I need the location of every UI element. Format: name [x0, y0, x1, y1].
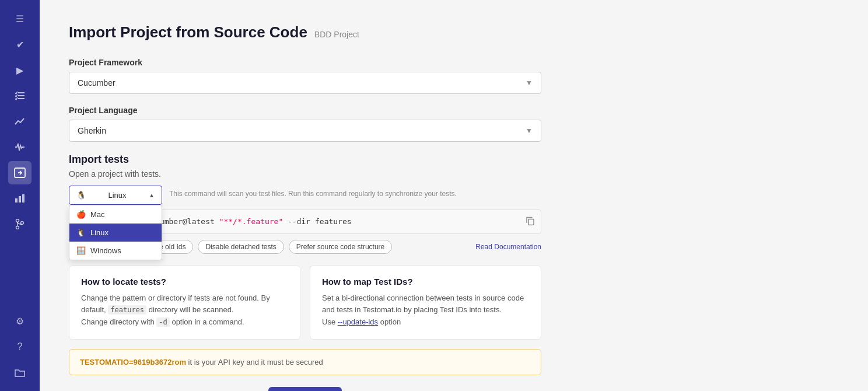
map-ids-title: How to map Test IDs? [322, 277, 529, 287]
language-select[interactable]: Gherkin ▼ [69, 120, 541, 142]
main-content: Import Project from Source Code BDD Proj… [40, 0, 868, 391]
command-string: "**/*.feature" [219, 217, 284, 226]
svg-point-9 [16, 226, 19, 229]
command-hint: This command will scan you test files. R… [169, 189, 541, 199]
mac-label: Mac [90, 210, 105, 219]
import-tests-desc: Open a project with tests. [69, 169, 839, 179]
folder-icon[interactable] [8, 361, 32, 384]
api-key-warning: it is your API key and it must be secure… [186, 358, 323, 366]
finish-button[interactable]: ✔ Finish [268, 387, 341, 391]
os-select-button[interactable]: 🐧 Linux ▲ [69, 186, 162, 205]
language-select-wrapper: Gherkin ▼ [69, 120, 839, 142]
linux-icon: 🐧 [76, 228, 86, 237]
os-selected-label: Linux [108, 191, 127, 200]
page-subtitle: BDD Project [314, 30, 359, 39]
windows-label: Windows [90, 246, 121, 255]
windows-icon: 🪟 [76, 246, 86, 255]
import-tests-section: Import tests Open a project with tests. … [69, 153, 839, 254]
language-label: Project Language [69, 106, 839, 115]
branch-icon[interactable] [8, 212, 32, 236]
tag-prefer-source[interactable]: Prefer source code structure [289, 240, 392, 254]
language-chevron-icon: ▼ [526, 127, 533, 135]
api-key-value: TESTOMATIO=9619b3672rom [80, 358, 186, 366]
import-tests-title: Import tests [69, 153, 839, 166]
info-card-locate: How to locate tests? Change the pattern … [69, 266, 300, 340]
hamburger-menu-icon[interactable]: ☰ [8, 7, 32, 30]
features-code: features [108, 305, 146, 315]
info-card-map-ids: How to map Test IDs? Set a bi-directiona… [310, 266, 541, 340]
finish-row: ✔ Finish [69, 387, 541, 391]
update-ids-link[interactable]: --update-ids [338, 317, 378, 326]
api-key-banner: TESTOMATIO=9619b3672rom it is your API k… [69, 349, 541, 375]
page-title: Import Project from Source Code [69, 23, 307, 41]
trend-icon[interactable] [8, 110, 32, 133]
os-chevron-icon: ▲ [149, 192, 155, 198]
activity-icon[interactable] [8, 135, 32, 159]
framework-chevron-icon: ▼ [526, 79, 533, 87]
os-dropdown-menu: 🍎 Mac 🐧 Linux 🪟 Windows [69, 205, 162, 260]
os-icon: 🐧 [76, 191, 86, 200]
os-option-windows[interactable]: 🪟 Windows [69, 242, 162, 260]
framework-select-wrapper: Cucumber ▼ [69, 72, 839, 94]
sidebar: ☰ ✔ ▶ [0, 0, 40, 391]
chart-icon[interactable] [8, 187, 32, 210]
svg-rect-5 [15, 198, 18, 203]
os-option-linux[interactable]: 🐧 Linux [69, 224, 162, 242]
command-area: 🐧 Linux ▲ 🍎 Mac 🐧 Linux [69, 186, 541, 254]
locate-tests-title: How to locate tests? [81, 277, 288, 287]
settings-icon[interactable]: ⚙ [8, 309, 32, 333]
map-ids-text: Set a bi-directional connection between … [322, 292, 529, 329]
play-icon[interactable]: ▶ [8, 58, 32, 82]
framework-value: Cucumber [78, 78, 116, 88]
info-cards: How to locate tests? Change the pattern … [69, 266, 541, 340]
import-icon[interactable] [8, 161, 32, 184]
language-value: Gherkin [78, 126, 106, 135]
copy-command-button[interactable] [526, 216, 535, 227]
help-icon[interactable]: ? [8, 335, 32, 358]
os-select-row: 🐧 Linux ▲ 🍎 Mac 🐧 Linux [69, 186, 541, 205]
mac-icon: 🍎 [76, 210, 86, 219]
list-check-icon[interactable] [8, 84, 32, 107]
svg-rect-6 [19, 196, 21, 203]
svg-point-8 [16, 219, 19, 222]
os-dropdown-wrapper: 🐧 Linux ▲ 🍎 Mac 🐧 Linux [69, 186, 162, 205]
read-documentation-link[interactable]: Read Documentation [475, 243, 541, 251]
check-icon[interactable]: ✔ [8, 33, 32, 56]
svg-rect-7 [22, 194, 24, 203]
tag-disable-detached[interactable]: Disable detached tests [198, 240, 284, 254]
linux-label: Linux [90, 228, 108, 237]
framework-select[interactable]: Cucumber ▼ [69, 72, 541, 94]
command-suffix: --dir features [283, 217, 351, 226]
framework-label: Project Framework [69, 58, 839, 67]
os-option-mac[interactable]: 🍎 Mac [69, 205, 162, 224]
locate-tests-text: Change the pattern or directory if tests… [81, 292, 288, 329]
dash-d-code: -d [156, 317, 169, 327]
svg-rect-12 [528, 219, 534, 225]
